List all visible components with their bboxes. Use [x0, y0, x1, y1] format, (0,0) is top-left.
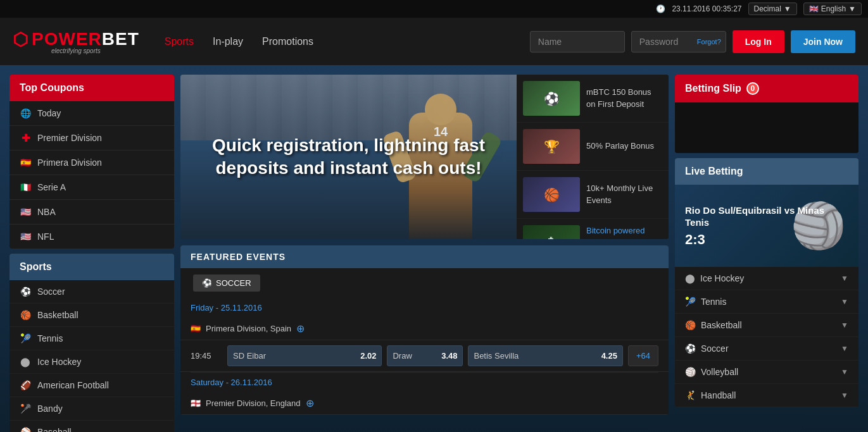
basketball-icon: 🏀 — [20, 309, 31, 321]
soccer-tab[interactable]: ⚽ SOCCER — [193, 275, 260, 292]
coupon-serie-a[interactable]: 🇮🇹 Serie A — [9, 175, 174, 200]
betting-slip-title: Betting Slip — [685, 83, 741, 94]
coupon-nba[interactable]: 🇺🇸 NBA — [9, 200, 174, 225]
league-name: Primera Division, Spain — [206, 324, 291, 333]
promo-thumb-4: ₿ — [523, 225, 580, 239]
live-match-display: 🏐 Rio Do Sul/Equibrasil vs Minas Tenis 2… — [675, 185, 859, 267]
right-sidebar: Betting Slip 0 Live Betting 🏐 Rio Do Sul… — [675, 75, 859, 432]
nav-promotions[interactable]: Promotions — [262, 34, 313, 50]
spain-league-flag: 🇪🇸 — [191, 324, 201, 333]
live-sport-volleyball[interactable]: 🏐 Volleyball ▼ — [675, 361, 859, 384]
sport-american-football[interactable]: 🏈 American Football — [9, 374, 174, 397]
login-button[interactable]: Log In — [733, 30, 784, 53]
draw-odds-button[interactable]: Draw 3.48 — [387, 345, 463, 366]
promo-item-2[interactable]: 🏆 50% Parlay Bonus — [517, 123, 669, 171]
betting-slip-body — [675, 102, 859, 153]
coupon-nfl[interactable]: 🇺🇸 NFL — [9, 225, 174, 249]
promo-item-1[interactable]: ⚽ mBTC 150 Bonus on First Deposit — [517, 75, 669, 123]
coupon-premier[interactable]: ✚ Premier Division — [9, 126, 174, 151]
add-premier-button[interactable]: ⊕ — [306, 397, 314, 409]
promo-thumb-2: 🏆 — [523, 129, 580, 164]
live-basketball-icon: 🏀 — [685, 320, 696, 330]
date-friday: Friday - 25.11.2016 — [180, 298, 669, 318]
sport-baseball[interactable]: ⚾ Baseball — [9, 421, 174, 432]
sport-bandy[interactable]: 🥍 Bandy — [9, 397, 174, 421]
coupon-nfl-label: NFL — [37, 231, 54, 242]
live-soccer-icon: ⚽ — [685, 343, 696, 354]
sport-ice-hockey[interactable]: ⬤ Ice Hockey — [9, 350, 174, 374]
betting-slip-header: Betting Slip 0 — [675, 75, 859, 102]
sport-basketball[interactable]: 🏀 Basketball — [9, 304, 174, 327]
logo-sub: electrifying sports — [13, 47, 139, 54]
odds-selector[interactable]: Decimal ▼ — [748, 3, 797, 15]
language-label: English — [821, 4, 846, 13]
promo-label-4: Bitcoin powered deposits and withdrawals — [586, 225, 662, 239]
live-sport-soccer[interactable]: ⚽ Soccer ▼ — [675, 337, 859, 361]
language-selector[interactable]: 🇬🇧 English ▼ — [803, 3, 862, 15]
usa-flag-nfl-icon: 🇺🇸 — [20, 231, 31, 242]
name-input[interactable] — [530, 31, 625, 52]
soccer-icon: ⚽ — [20, 286, 31, 297]
england-flag-icon: 🏴󠁧󠁢󠁥󠁮󠁧󠁿 — [191, 398, 201, 408]
hero-section: 14 Quick registration, lightning fast de… — [180, 75, 669, 239]
globe-icon: 🌐 — [20, 108, 31, 119]
live-sport-handball[interactable]: 🤾 Handball ▼ — [675, 384, 859, 407]
forgot-link[interactable]: Forgot? — [697, 38, 721, 46]
live-betting-header: Live Betting — [675, 158, 859, 185]
away-odds-value: 4.25 — [601, 351, 617, 361]
baseball-icon: ⚾ — [20, 426, 31, 432]
top-coupons: Top Coupons 🌐 Today ✚ Premier Division 🇪… — [9, 75, 174, 249]
live-sport-ice-hockey[interactable]: ⬤ Ice Hockey ▼ — [675, 267, 859, 290]
coupon-primera[interactable]: 🇪🇸 Primera Division — [9, 151, 174, 175]
live-betting: Live Betting 🏐 Rio Do Sul/Equibrasil vs … — [675, 158, 859, 407]
away-odds-button[interactable]: Betis Sevilla 4.25 — [468, 345, 622, 366]
nav-auth: Forgot? Log In Join Now — [530, 30, 855, 53]
live-hockey-icon: ⬤ — [685, 273, 695, 283]
sport-soccer[interactable]: ⚽ Soccer — [9, 280, 174, 304]
hero-text-container: Quick registration, lightning fast depos… — [180, 121, 517, 193]
hockey-icon: ⬤ — [20, 356, 31, 367]
promo-label-2: 50% Parlay Bonus — [586, 140, 654, 152]
promo-item-3[interactable]: 🏀 10k+ Monthly Live Events — [517, 171, 669, 219]
add-league-button[interactable]: ⊕ — [296, 323, 305, 335]
coupon-serie-a-label: Serie A — [37, 182, 66, 192]
tennis-chevron-icon: ▼ — [841, 297, 848, 306]
top-coupons-header: Top Coupons — [9, 75, 174, 101]
more-odds-button[interactable]: +64 — [628, 345, 658, 366]
odds-group: SD Eibar 2.02 Draw 3.48 Betis Sevilla 4.… — [227, 345, 658, 366]
sports-section: Sports ⚽ Soccer 🏀 Basketball 🎾 Tennis ⬤ … — [9, 254, 174, 432]
live-score: 2:3 — [685, 231, 848, 248]
sport-american-football-label: American Football — [37, 380, 109, 390]
soccer-tab-label: SOCCER — [216, 278, 251, 288]
coupon-today[interactable]: 🌐 Today — [9, 101, 174, 126]
sport-tennis[interactable]: 🎾 Tennis — [9, 327, 174, 350]
basketball-chevron-icon: ▼ — [841, 321, 848, 330]
betting-slip-badge: 0 — [746, 82, 759, 95]
live-handball-label: Handball — [701, 390, 736, 400]
league-premier-name: Premier Division, England — [206, 398, 301, 408]
join-button[interactable]: Join Now — [791, 30, 855, 53]
match-row-eibar-betis: 19:45 SD Eibar 2.02 Draw 3.48 Betis Sevi… — [180, 340, 669, 372]
coupon-primera-label: Primera Division — [37, 157, 102, 168]
promo-label-3: 10k+ Monthly Live Events — [586, 183, 662, 206]
tennis-icon: 🎾 — [20, 333, 31, 344]
hero-headline: Quick registration, lightning fast depos… — [193, 134, 504, 180]
spain-flag-icon: 🇪🇸 — [20, 157, 31, 168]
home-odds-button[interactable]: SD Eibar 2.02 — [227, 345, 382, 366]
soccer-chevron-icon: ▼ — [841, 344, 848, 353]
live-volleyball-label: Volleyball — [701, 367, 738, 377]
live-soccer-label: Soccer — [701, 343, 729, 354]
flag-icon: 🇬🇧 — [809, 4, 819, 13]
sport-basketball-label: Basketball — [37, 310, 79, 320]
nav-sports[interactable]: Sports — [165, 34, 194, 50]
live-sport-tennis[interactable]: 🎾 Tennis ▼ — [675, 290, 859, 314]
nav-inplay[interactable]: In-play — [213, 34, 243, 50]
coupon-nba-label: NBA — [37, 207, 56, 217]
odds-format: Decimal — [754, 4, 781, 13]
live-match-title: Rio Do Sul/Equibrasil vs Minas Tenis — [685, 204, 848, 229]
live-sport-basketball[interactable]: 🏀 Basketball ▼ — [675, 314, 859, 337]
promo-item-4[interactable]: ₿ Bitcoin powered deposits and withdrawa… — [517, 219, 669, 239]
promo-thumb-1: ⚽ — [523, 81, 580, 116]
match-time: 19:45 — [191, 351, 222, 361]
hero-promos: ⚽ mBTC 150 Bonus on First Deposit 🏆 50% … — [517, 75, 669, 239]
